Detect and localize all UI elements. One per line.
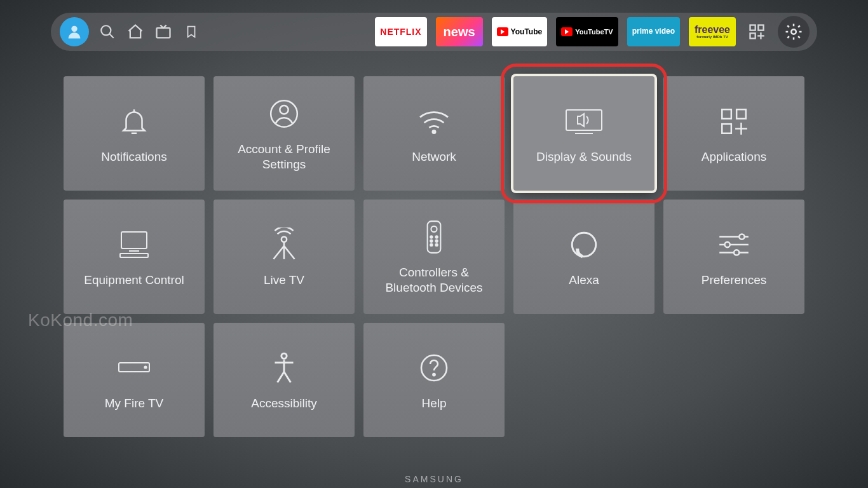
- tile-label: Display & Sounds: [527, 149, 641, 165]
- tile-label: Accessibility: [242, 396, 325, 411]
- youtube-play-icon: [497, 27, 508, 36]
- app-primevideo[interactable]: prime video: [627, 17, 680, 46]
- tile-label: Controllers & Bluetooth Devices: [363, 265, 505, 295]
- tv-brand-label: SAMSUNG: [405, 474, 463, 484]
- home-button[interactable]: [126, 22, 145, 41]
- applications-icon: [718, 102, 750, 140]
- tile-account-profile[interactable]: Account & Profile Settings: [214, 76, 355, 191]
- svg-rect-17: [722, 109, 731, 119]
- apps-grid-icon: [748, 23, 766, 41]
- tile-label: Preferences: [693, 273, 775, 288]
- svg-rect-24: [120, 254, 148, 257]
- svg-point-0: [71, 26, 77, 32]
- svg-point-30: [435, 236, 437, 238]
- tile-my-fire-tv[interactable]: My Fire TV: [64, 323, 205, 437]
- app-youtube-label: YouTube: [511, 27, 543, 36]
- tile-label: Help: [412, 396, 455, 411]
- app-freevee-label: freevee: [695, 25, 730, 35]
- svg-point-32: [435, 240, 437, 242]
- display-sound-icon: [564, 102, 604, 140]
- equipment-icon: [116, 226, 152, 264]
- svg-line-2: [109, 34, 114, 38]
- app-freevee-sublabel: formerly IMDb TV: [696, 35, 728, 39]
- tile-network[interactable]: Network: [363, 76, 505, 191]
- svg-point-9: [791, 29, 796, 34]
- tile-label: Alexa: [560, 273, 608, 288]
- youtube-play-icon: [561, 27, 573, 36]
- svg-line-47: [278, 372, 284, 383]
- app-youtubetv-label: YouTubeTV: [575, 28, 613, 36]
- svg-point-41: [734, 250, 739, 255]
- remote-icon: [424, 218, 444, 256]
- tile-display-sounds[interactable]: Display & Sounds: [513, 76, 654, 191]
- svg-point-1: [101, 25, 111, 35]
- tile-livetv[interactable]: Live TV: [214, 200, 355, 314]
- tile-help[interactable]: Help: [363, 323, 505, 437]
- antenna-icon: [268, 226, 300, 264]
- settings-tiles-grid: Notifications Account & Profile Settings…: [64, 76, 804, 437]
- accessibility-icon: [270, 349, 298, 387]
- svg-rect-5: [758, 25, 763, 30]
- tile-equipment-control[interactable]: Equipment Control: [64, 200, 205, 314]
- tile-label: Applications: [693, 149, 775, 165]
- help-icon: [419, 349, 449, 387]
- tile-notifications[interactable]: Notifications: [64, 76, 205, 191]
- tile-preferences[interactable]: Preferences: [663, 200, 804, 314]
- svg-point-31: [430, 240, 432, 242]
- tile-alexa[interactable]: Alexa: [513, 200, 654, 314]
- svg-point-37: [739, 234, 744, 240]
- top-navigation-bar: NETFLIX news YouTube YouTubeTV prime vid…: [51, 13, 817, 51]
- tile-label: Account & Profile Settings: [214, 142, 355, 172]
- svg-point-44: [281, 353, 287, 358]
- svg-rect-4: [750, 25, 756, 30]
- svg-rect-6: [750, 33, 756, 38]
- tile-label: Live TV: [255, 273, 313, 288]
- svg-rect-18: [736, 109, 746, 119]
- app-youtube[interactable]: YouTube: [492, 17, 548, 46]
- app-news[interactable]: news: [436, 17, 483, 46]
- tile-controllers-bluetooth[interactable]: Controllers & Bluetooth Devices: [363, 200, 505, 314]
- tile-label: Equipment Control: [75, 273, 193, 288]
- watermark-text: KoKond.com: [28, 310, 133, 330]
- svg-point-43: [144, 367, 146, 369]
- alexa-icon: [568, 226, 600, 264]
- app-freevee[interactable]: freevee formerly IMDb TV: [689, 17, 736, 46]
- user-icon: [65, 23, 83, 41]
- app-youtubetv[interactable]: YouTubeTV: [556, 17, 618, 46]
- search-button[interactable]: [98, 22, 117, 41]
- svg-point-25: [281, 237, 287, 242]
- wifi-icon: [417, 102, 451, 140]
- bookmark-icon: [184, 24, 198, 40]
- livetv-nav-button[interactable]: [154, 22, 173, 41]
- svg-rect-22: [121, 232, 147, 248]
- svg-rect-3: [157, 28, 170, 37]
- svg-line-48: [284, 372, 290, 383]
- tv-icon: [154, 23, 172, 41]
- tile-applications[interactable]: Applications: [663, 76, 804, 191]
- bell-icon: [118, 102, 150, 140]
- device-icon: [116, 349, 152, 387]
- svg-point-50: [433, 374, 435, 376]
- svg-point-34: [435, 244, 437, 246]
- bookmark-button[interactable]: [182, 22, 201, 41]
- svg-point-28: [431, 226, 437, 232]
- svg-point-13: [280, 105, 288, 114]
- profile-button[interactable]: [60, 17, 89, 46]
- app-netflix[interactable]: NETFLIX: [375, 17, 426, 46]
- svg-point-49: [421, 355, 447, 381]
- svg-point-39: [724, 242, 729, 247]
- home-icon: [126, 23, 144, 41]
- gear-icon: [784, 22, 803, 41]
- svg-point-29: [430, 236, 432, 238]
- svg-point-35: [572, 233, 596, 257]
- tile-label: Network: [403, 149, 465, 165]
- svg-point-14: [433, 130, 435, 133]
- settings-button[interactable]: [778, 16, 810, 48]
- tile-accessibility[interactable]: Accessibility: [214, 323, 355, 437]
- tile-label: My Fire TV: [96, 396, 173, 411]
- svg-point-33: [430, 244, 432, 246]
- account-icon: [268, 95, 300, 133]
- svg-rect-19: [722, 124, 731, 133]
- all-apps-button[interactable]: [745, 20, 769, 44]
- sliders-icon: [717, 226, 751, 264]
